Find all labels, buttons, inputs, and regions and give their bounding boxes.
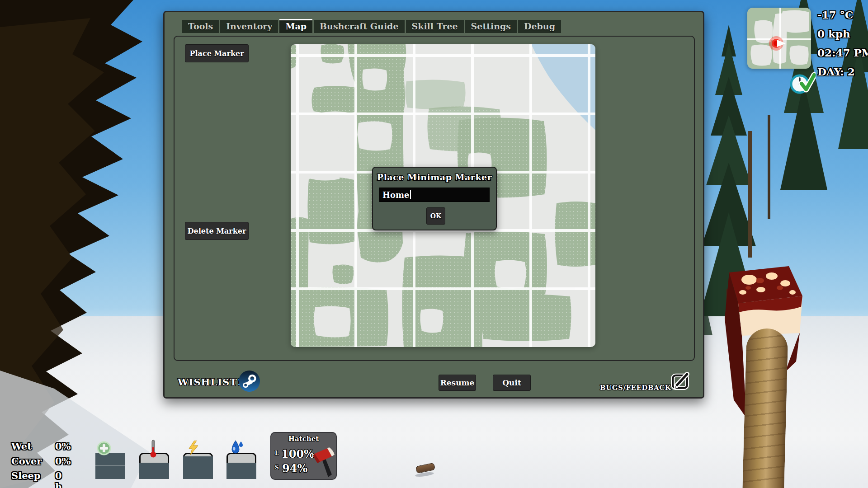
lightning-icon <box>188 441 199 455</box>
plus-icon <box>97 441 111 455</box>
marker-name-value: Home <box>382 190 410 200</box>
wishlist-label: WISHLIST! <box>178 376 242 388</box>
stat-wet-value: 0% <box>55 441 71 452</box>
minimap <box>747 8 811 69</box>
tab-inventory[interactable]: Inventory <box>220 20 278 33</box>
wind-speed-value: 0 kph <box>817 24 868 43</box>
warmth-bar <box>139 453 169 479</box>
tab-settings[interactable]: Settings <box>465 20 517 33</box>
water-drop-icon <box>230 440 244 455</box>
stat-cover: Cover 0% <box>11 455 42 467</box>
axe-viewmodel <box>717 264 816 488</box>
quit-button[interactable]: Quit <box>493 375 531 391</box>
stat-wet-label: Wet <box>11 441 32 452</box>
stat-sleep-label: Sleep <box>11 470 41 481</box>
delete-marker-button[interactable]: Delete Marker <box>185 222 249 240</box>
hatchet-icon <box>312 447 335 478</box>
temperature-value: -17 °C <box>817 5 868 24</box>
stat-sleep-value: 0 h <box>55 470 62 488</box>
stat-cover-label: Cover <box>11 455 42 467</box>
item-s-value: 94% <box>282 462 307 475</box>
day-value: DAY: 2 <box>817 62 868 81</box>
ok-button[interactable]: OK <box>426 207 445 225</box>
energy-bar <box>183 453 213 479</box>
equipped-item-card: Hatchet L 100% S 94% <box>270 432 337 480</box>
resume-button[interactable]: Resume <box>439 375 476 391</box>
weather-hud: -17 °C 0 kph 02:47 PM DAY: 2 <box>817 5 868 81</box>
edit-pencil-icon[interactable] <box>669 369 692 392</box>
steam-icon[interactable] <box>238 370 260 392</box>
item-name: Hatchet <box>271 435 336 443</box>
stat-sleep: Sleep 0 h <box>11 470 41 481</box>
time-value: 02:47 PM <box>817 43 868 62</box>
tab-map[interactable]: Map <box>279 19 312 33</box>
item-l-value: 100% <box>281 447 314 460</box>
place-marker-dialog: Place Minimap Marker Home OK <box>372 167 497 230</box>
game-screen: Tools Inventory Map Bushcraft Guide Skil… <box>0 0 868 488</box>
text-caret <box>410 190 411 199</box>
bugs-feedback-label[interactable]: BUGS/FEEDBACK <box>600 384 671 392</box>
tab-bar: Tools Inventory Map Bushcraft Guide Skil… <box>182 19 561 33</box>
clock-check-icon <box>788 70 816 97</box>
tab-skill-tree[interactable]: Skill Tree <box>406 20 464 33</box>
axe-handle <box>742 328 788 488</box>
tab-debug[interactable]: Debug <box>518 20 561 33</box>
hydration-bar <box>226 453 256 479</box>
health-bar <box>95 453 125 479</box>
tree-silhouette <box>0 0 181 488</box>
place-marker-button[interactable]: Place Marker <box>185 44 249 62</box>
thermometer-icon <box>150 439 157 458</box>
tab-bushcraft-guide[interactable]: Bushcraft Guide <box>314 20 404 33</box>
stat-cover-value: 0% <box>55 455 71 467</box>
marker-name-input[interactable]: Home <box>379 188 490 202</box>
dialog-title: Place Minimap Marker <box>373 172 496 182</box>
item-l-label: L <box>275 450 278 456</box>
item-s-label: S <box>275 465 279 471</box>
stat-wet: Wet 0% <box>11 441 32 452</box>
tab-tools[interactable]: Tools <box>182 20 219 33</box>
pause-menu-panel: Tools Inventory Map Bushcraft Guide Skil… <box>163 11 704 399</box>
